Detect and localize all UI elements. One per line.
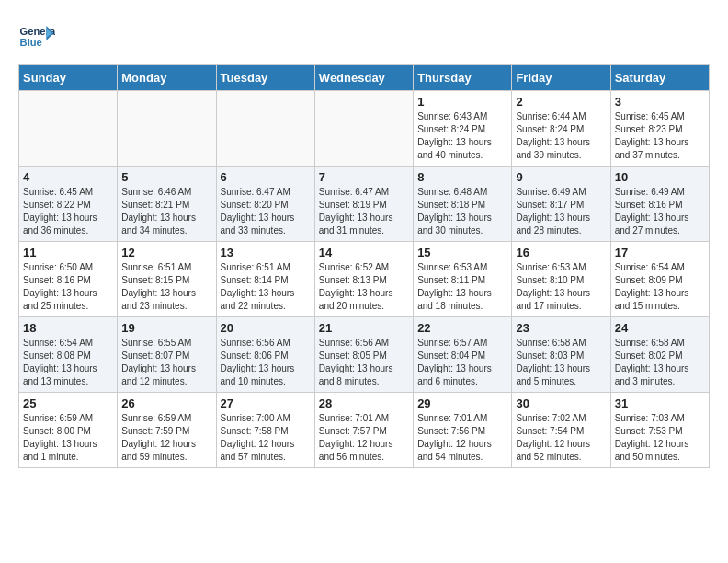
day-info: Sunrise: 6:51 AMSunset: 8:14 PMDaylight:…: [221, 261, 311, 313]
day-info: Sunrise: 6:53 AMSunset: 8:11 PMDaylight:…: [417, 261, 507, 313]
day-number: 25: [23, 396, 113, 410]
day-number: 24: [615, 321, 705, 335]
calendar-cell: 25Sunrise: 6:59 AMSunset: 8:00 PMDayligh…: [19, 393, 118, 468]
day-info: Sunrise: 6:55 AMSunset: 8:07 PMDaylight:…: [121, 337, 211, 388]
day-number: 13: [221, 246, 311, 259]
day-info: Sunrise: 6:54 AMSunset: 8:08 PMDaylight:…: [23, 337, 113, 388]
calendar-cell: 21Sunrise: 6:56 AMSunset: 8:05 PMDayligh…: [314, 317, 413, 393]
calendar-cell: [118, 91, 216, 167]
day-number: 27: [221, 396, 311, 410]
day-info: Sunrise: 6:44 AMSunset: 8:24 PMDaylight:…: [516, 110, 606, 162]
day-info: Sunrise: 6:53 AMSunset: 8:10 PMDaylight:…: [516, 261, 606, 313]
day-info: Sunrise: 6:58 AMSunset: 8:03 PMDaylight:…: [516, 337, 606, 388]
day-info: Sunrise: 6:59 AMSunset: 7:59 PMDaylight:…: [121, 412, 211, 464]
calendar-cell: 2Sunrise: 6:44 AMSunset: 8:24 PMDaylight…: [512, 91, 610, 167]
weekday-wednesday: Wednesday: [314, 65, 413, 91]
day-info: Sunrise: 6:49 AMSunset: 8:16 PMDaylight:…: [615, 186, 705, 237]
day-info: Sunrise: 6:50 AMSunset: 8:16 PMDaylight:…: [23, 261, 113, 313]
weekday-header-row: SundayMondayTuesdayWednesdayThursdayFrid…: [19, 65, 710, 91]
day-number: 31: [615, 396, 705, 410]
day-info: Sunrise: 7:00 AMSunset: 7:58 PMDaylight:…: [221, 412, 311, 464]
day-number: 18: [23, 321, 113, 335]
day-number: 12: [121, 246, 211, 259]
day-number: 7: [319, 170, 409, 184]
calendar-cell: 18Sunrise: 6:54 AMSunset: 8:08 PMDayligh…: [19, 317, 118, 393]
calendar-cell: 8Sunrise: 6:48 AMSunset: 8:18 PMDaylight…: [414, 167, 512, 242]
day-number: 16: [516, 246, 606, 259]
day-info: Sunrise: 6:52 AMSunset: 8:13 PMDaylight:…: [319, 261, 409, 313]
day-number: 4: [23, 170, 113, 184]
day-info: Sunrise: 6:57 AMSunset: 8:04 PMDaylight:…: [417, 337, 507, 388]
day-info: Sunrise: 6:47 AMSunset: 8:19 PMDaylight:…: [319, 186, 409, 237]
calendar-cell: 23Sunrise: 6:58 AMSunset: 8:03 PMDayligh…: [512, 317, 610, 393]
day-number: 14: [319, 246, 409, 259]
day-number: 5: [121, 170, 211, 184]
calendar-cell: 12Sunrise: 6:51 AMSunset: 8:15 PMDayligh…: [118, 242, 216, 317]
calendar-cell: 31Sunrise: 7:03 AMSunset: 7:53 PMDayligh…: [610, 393, 709, 468]
day-number: 28: [319, 396, 409, 410]
day-info: Sunrise: 6:45 AMSunset: 8:22 PMDaylight:…: [23, 186, 113, 237]
calendar-cell: 19Sunrise: 6:55 AMSunset: 8:07 PMDayligh…: [118, 317, 216, 393]
day-info: Sunrise: 6:45 AMSunset: 8:23 PMDaylight:…: [615, 110, 705, 162]
day-number: 23: [516, 321, 606, 335]
svg-text:Blue: Blue: [20, 37, 42, 48]
calendar-cell: [19, 91, 118, 167]
calendar-week-5: 25Sunrise: 6:59 AMSunset: 8:00 PMDayligh…: [19, 393, 710, 468]
day-info: Sunrise: 6:58 AMSunset: 8:02 PMDaylight:…: [615, 337, 705, 388]
calendar-cell: 6Sunrise: 6:47 AMSunset: 8:20 PMDaylight…: [216, 167, 314, 242]
day-info: Sunrise: 7:01 AMSunset: 7:57 PMDaylight:…: [319, 412, 409, 464]
day-info: Sunrise: 6:48 AMSunset: 8:18 PMDaylight:…: [417, 186, 507, 237]
day-number: 1: [417, 95, 507, 109]
day-info: Sunrise: 6:51 AMSunset: 8:15 PMDaylight:…: [121, 261, 211, 313]
day-info: Sunrise: 6:56 AMSunset: 8:05 PMDaylight:…: [319, 337, 409, 388]
day-number: 21: [319, 321, 409, 335]
calendar-cell: 15Sunrise: 6:53 AMSunset: 8:11 PMDayligh…: [414, 242, 512, 317]
day-number: 19: [121, 321, 211, 335]
day-number: 17: [615, 246, 705, 259]
page-header: General Blue: [18, 18, 710, 55]
day-number: 29: [417, 396, 507, 410]
day-number: 20: [221, 321, 311, 335]
calendar-cell: [314, 91, 413, 167]
calendar-cell: 5Sunrise: 6:46 AMSunset: 8:21 PMDaylight…: [118, 167, 216, 242]
day-number: 2: [516, 95, 606, 109]
calendar-cell: 27Sunrise: 7:00 AMSunset: 7:58 PMDayligh…: [216, 393, 314, 468]
calendar-cell: 7Sunrise: 6:47 AMSunset: 8:19 PMDaylight…: [314, 167, 413, 242]
calendar-cell: 4Sunrise: 6:45 AMSunset: 8:22 PMDaylight…: [19, 167, 118, 242]
day-number: 3: [615, 95, 705, 109]
weekday-thursday: Thursday: [414, 65, 512, 91]
calendar-cell: 20Sunrise: 6:56 AMSunset: 8:06 PMDayligh…: [216, 317, 314, 393]
day-number: 30: [516, 396, 606, 410]
weekday-friday: Friday: [512, 65, 610, 91]
day-info: Sunrise: 7:01 AMSunset: 7:56 PMDaylight:…: [417, 412, 507, 464]
calendar-cell: 28Sunrise: 7:01 AMSunset: 7:57 PMDayligh…: [314, 393, 413, 468]
day-number: 8: [417, 170, 507, 184]
calendar-cell: 29Sunrise: 7:01 AMSunset: 7:56 PMDayligh…: [414, 393, 512, 468]
day-number: 26: [121, 396, 211, 410]
calendar-week-1: 1Sunrise: 6:43 AMSunset: 8:24 PMDaylight…: [19, 91, 710, 167]
weekday-saturday: Saturday: [610, 65, 709, 91]
calendar-week-3: 11Sunrise: 6:50 AMSunset: 8:16 PMDayligh…: [19, 242, 710, 317]
day-info: Sunrise: 6:56 AMSunset: 8:06 PMDaylight:…: [221, 337, 311, 388]
calendar-cell: 13Sunrise: 6:51 AMSunset: 8:14 PMDayligh…: [216, 242, 314, 317]
calendar-cell: 10Sunrise: 6:49 AMSunset: 8:16 PMDayligh…: [610, 167, 709, 242]
calendar-cell: 1Sunrise: 6:43 AMSunset: 8:24 PMDaylight…: [414, 91, 512, 167]
logo: General Blue: [18, 18, 55, 55]
calendar-cell: 24Sunrise: 6:58 AMSunset: 8:02 PMDayligh…: [610, 317, 709, 393]
day-number: 22: [417, 321, 507, 335]
logo-icon: General Blue: [18, 18, 55, 55]
day-number: 15: [417, 246, 507, 259]
day-info: Sunrise: 6:59 AMSunset: 8:00 PMDaylight:…: [23, 412, 113, 464]
day-info: Sunrise: 6:47 AMSunset: 8:20 PMDaylight:…: [221, 186, 311, 237]
calendar-cell: [216, 91, 314, 167]
calendar-cell: 17Sunrise: 6:54 AMSunset: 8:09 PMDayligh…: [610, 242, 709, 317]
day-info: Sunrise: 7:02 AMSunset: 7:54 PMDaylight:…: [516, 412, 606, 464]
day-info: Sunrise: 6:46 AMSunset: 8:21 PMDaylight:…: [121, 186, 211, 237]
calendar-week-4: 18Sunrise: 6:54 AMSunset: 8:08 PMDayligh…: [19, 317, 710, 393]
calendar-cell: 9Sunrise: 6:49 AMSunset: 8:17 PMDaylight…: [512, 167, 610, 242]
day-info: Sunrise: 6:43 AMSunset: 8:24 PMDaylight:…: [417, 110, 507, 162]
calendar-cell: 30Sunrise: 7:02 AMSunset: 7:54 PMDayligh…: [512, 393, 610, 468]
weekday-sunday: Sunday: [19, 65, 118, 91]
calendar-cell: 22Sunrise: 6:57 AMSunset: 8:04 PMDayligh…: [414, 317, 512, 393]
day-number: 6: [221, 170, 311, 184]
